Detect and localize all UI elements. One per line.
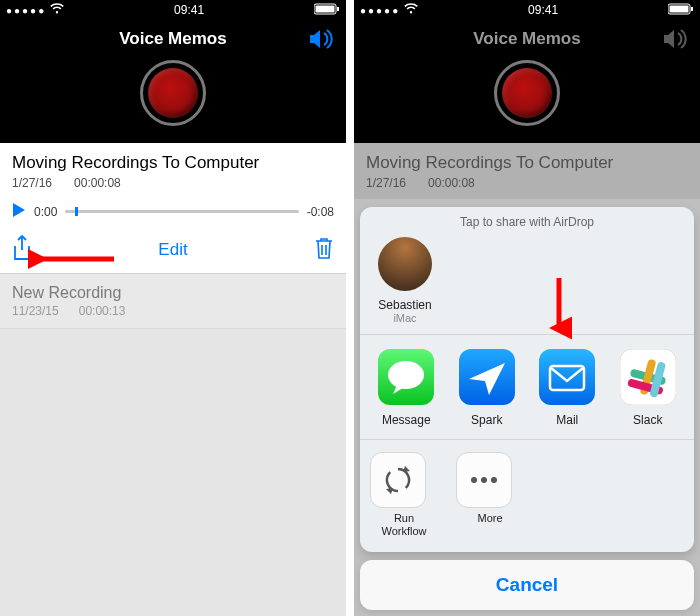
record-button [494,60,560,126]
share-app-messages[interactable]: Message [370,349,442,427]
list-item-title: New Recording [12,284,334,302]
svg-rect-10 [539,349,595,405]
current-recording-title: Moving Recordings To Computer [12,153,334,173]
more-icon [456,452,512,508]
player: 0:00 -0:08 [12,202,334,221]
share-app-label: Message [370,413,442,427]
svg-rect-6 [691,7,693,11]
share-app-spark[interactable]: Spark [451,349,523,427]
contact-name: Sebastien [372,298,438,312]
signal-dots-icon: ●●●●● [360,5,400,16]
svg-point-19 [491,477,497,483]
airdrop-contact[interactable]: Sebastien iMac [372,237,438,324]
list-item[interactable]: New Recording 11/23/15 00:00:13 [0,274,346,329]
slack-icon [620,349,676,405]
record-area [354,58,700,143]
app-header: Voice Memos [0,20,346,58]
phone-right: ●●●●● 09:41 Voice Memos [354,0,700,616]
cancel-button[interactable]: Cancel [360,560,694,610]
svg-rect-5 [669,5,688,12]
battery-icon [314,3,340,18]
record-icon [502,68,552,118]
svg-point-8 [388,361,424,389]
avatar [378,237,432,291]
action-label: Run Workflow [370,512,438,538]
share-app-slack[interactable]: Slack [612,349,684,427]
list-item-duration: 00:00:13 [79,304,126,318]
share-app-label: Spark [451,413,523,427]
svg-rect-2 [337,7,339,11]
delete-button[interactable] [314,236,334,264]
wifi-icon [404,3,418,17]
annotation-arrow-icon [546,276,572,340]
mail-icon [539,349,595,405]
share-app-label: Mail [531,413,603,427]
annotation-arrow-icon [28,246,118,272]
header-title: Voice Memos [119,29,226,49]
svg-point-18 [481,477,487,483]
share-app-mail[interactable]: Mail [531,349,603,427]
status-time: 09:41 [174,3,204,17]
list-item-date: 11/23/15 [12,304,59,318]
status-time: 09:41 [528,3,558,17]
share-apps-row: Message Spark [360,335,694,440]
airdrop-hint: Tap to share with AirDrop [360,207,694,235]
signal-dots-icon: ●●●●● [6,5,46,16]
status-bar: ●●●●● 09:41 [0,0,346,20]
action-label: More [456,512,524,525]
record-icon [148,68,198,118]
messages-icon [378,349,434,405]
status-bar: ●●●●● 09:41 [354,0,700,20]
remaining-time-label: -0:08 [307,205,334,219]
record-button[interactable] [140,60,206,126]
current-recording-duration: 00:00:08 [74,176,121,190]
share-app-label: Slack [612,413,684,427]
workflow-icon [370,452,426,508]
share-sheet: Tap to share with AirDrop Sebastien iMac [360,207,694,610]
action-more[interactable]: More [456,452,524,538]
app-header: Voice Memos [354,20,700,58]
wifi-icon [50,3,64,17]
share-actions-row: Run Workflow More [360,440,694,552]
current-recording-date: 1/27/16 [12,176,52,190]
airdrop-row: Sebastien iMac [360,235,694,335]
header-title: Voice Memos [473,29,580,49]
play-button[interactable] [12,202,26,221]
speaker-button [662,28,688,54]
record-area [0,58,346,143]
action-run-workflow[interactable]: Run Workflow [370,452,438,538]
phone-left: ●●●●● 09:41 Voice Memos [0,0,346,616]
scrubber[interactable] [65,210,298,213]
battery-icon [668,3,694,18]
svg-rect-1 [315,5,334,12]
spark-icon [459,349,515,405]
contact-device: iMac [372,312,438,324]
speaker-button[interactable] [308,28,334,54]
svg-point-17 [471,477,477,483]
elapsed-time-label: 0:00 [34,205,57,219]
edit-button[interactable]: Edit [158,240,187,260]
